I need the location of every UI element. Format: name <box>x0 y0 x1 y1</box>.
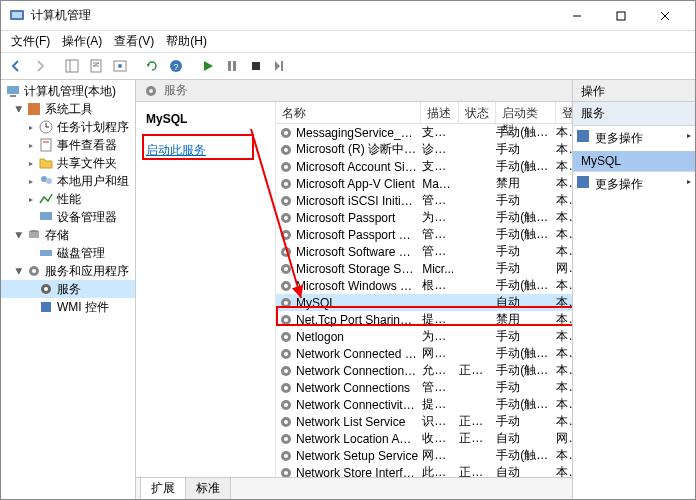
service-row[interactable]: Microsoft Passport为用...手动(触发...本 <box>276 209 572 226</box>
tree-root[interactable]: 计算机管理(本地) <box>1 82 135 100</box>
cell-desc: 为用... <box>422 328 459 345</box>
menu-view[interactable]: 查看(V) <box>108 31 160 52</box>
menu-help[interactable]: 帮助(H) <box>160 31 213 52</box>
service-row[interactable]: Network Connection Bro...允许...正在...手动(触发… <box>276 362 572 379</box>
actions-group-mysql[interactable]: MySQL <box>573 151 695 172</box>
svg-point-10 <box>118 64 122 68</box>
service-row[interactable]: Netlogon为用...手动本 <box>276 328 572 345</box>
gear-icon <box>279 296 293 310</box>
service-row[interactable]: Network Connectivity Ass...提供...手动(触发...… <box>276 396 572 413</box>
service-row[interactable]: Microsoft Software Shad...管理...手动本 <box>276 243 572 260</box>
start-service-button[interactable] <box>197 55 219 77</box>
start-service-link[interactable]: 启动此服务 <box>146 143 206 157</box>
expander-icon[interactable]: ⯆ <box>13 266 24 277</box>
svg-point-40 <box>149 89 153 93</box>
expander-icon[interactable]: ▸ <box>25 140 36 151</box>
tree-disk-management[interactable]: ▸磁盘管理 <box>1 244 135 262</box>
tree-services-apps[interactable]: ⯆服务和应用程序 <box>1 262 135 280</box>
tab-standard[interactable]: 标准 <box>185 477 231 499</box>
back-button[interactable] <box>5 55 27 77</box>
service-row[interactable]: Microsoft App-V ClientMan...禁用本 <box>276 175 572 192</box>
cell-startup: 手动 <box>496 243 556 260</box>
tree-services[interactable]: ▸服务 <box>1 280 135 298</box>
expander-icon[interactable]: ▸ <box>25 158 36 169</box>
service-row[interactable]: Microsoft (R) 诊断中心标...诊断...手动本 <box>276 141 572 158</box>
nav-tree[interactable]: 计算机管理(本地) ⯆ 系统工具 ▸任务计划程序 ▸事件查看器 ▸共享文件夹 ▸… <box>1 80 136 499</box>
cell-startup: 禁用 <box>496 175 556 192</box>
forward-button[interactable] <box>29 55 51 77</box>
view-tabs: 扩展 标准 <box>136 477 572 499</box>
tree-label: 性能 <box>57 191 81 208</box>
svg-rect-38 <box>41 302 51 312</box>
help-button[interactable]: ? <box>165 55 187 77</box>
svg-point-66 <box>284 335 288 339</box>
tree-task-scheduler[interactable]: ▸任务计划程序 <box>1 118 135 136</box>
expander-icon[interactable]: ⯆ <box>13 230 24 241</box>
service-row[interactable]: Microsoft Account Sign-i...支持...手动(触发...… <box>276 158 572 175</box>
service-row[interactable]: Network Location Aware...收集...正在...自动网 <box>276 430 572 447</box>
cell-startup: 手动 <box>496 141 556 158</box>
show-hide-button[interactable] <box>61 55 83 77</box>
refresh-button[interactable] <box>141 55 163 77</box>
expander-icon[interactable]: ▸ <box>25 176 36 187</box>
expander-icon[interactable]: ⯆ <box>13 104 24 115</box>
service-row[interactable]: Microsoft iSCSI Initiator ...管理...手动本 <box>276 192 572 209</box>
maximize-button[interactable] <box>599 2 643 30</box>
service-details: MySQL 启动此服务 <box>136 102 276 477</box>
cell-state: 正在... <box>459 362 496 379</box>
service-row[interactable]: Network List Service识别...正在...手动本 <box>276 413 572 430</box>
service-row[interactable]: Network Connected Devi...网络...手动(触发...本 <box>276 345 572 362</box>
tab-extended[interactable]: 扩展 <box>140 477 186 499</box>
tree-system-tools[interactable]: ⯆ 系统工具 <box>1 100 135 118</box>
service-row[interactable]: Network Connections管理...手动本 <box>276 379 572 396</box>
col-desc[interactable]: 描述 <box>421 102 458 123</box>
close-button[interactable] <box>643 2 687 30</box>
services-grid[interactable]: 名称 描述 状态 启动类型 登 MessagingService_1cc1f1.… <box>276 102 572 477</box>
service-row[interactable]: Microsoft Storage Space...Micr...手动网 <box>276 260 572 277</box>
svg-point-29 <box>46 178 52 184</box>
col-logon[interactable]: 登 <box>556 102 572 123</box>
tree-event-viewer[interactable]: ▸事件查看器 <box>1 136 135 154</box>
svg-point-46 <box>284 165 288 169</box>
stop-service-button[interactable] <box>245 55 267 77</box>
tree-shared-folders[interactable]: ▸共享文件夹 <box>1 154 135 172</box>
service-row[interactable]: MySQL自动本 <box>276 294 572 311</box>
col-startup[interactable]: 启动类型 <box>496 102 556 123</box>
tree-root-label: 计算机管理(本地) <box>24 83 116 100</box>
actions-group-services[interactable]: 服务 <box>573 102 695 126</box>
export-button[interactable] <box>85 55 107 77</box>
menu-file[interactable]: 文件(F) <box>5 31 56 52</box>
service-row[interactable]: Microsoft Windows SMS ...根据...手动(触发...本 <box>276 277 572 294</box>
tree-label: 本地用户和组 <box>57 173 129 190</box>
col-state[interactable]: 状态 <box>459 102 496 123</box>
cell-startup: 手动(触发... <box>496 158 556 175</box>
clock-icon <box>38 119 54 135</box>
service-row[interactable]: Microsoft Passport Cont...管理...手动(触发...本 <box>276 226 572 243</box>
tree-device-manager[interactable]: ▸设备管理器 <box>1 208 135 226</box>
cell-startup: 手动 <box>496 260 556 277</box>
gear-icon <box>279 245 293 259</box>
cell-desc: 为用... <box>422 209 459 226</box>
pause-service-button[interactable] <box>221 55 243 77</box>
tree-storage[interactable]: ⯆存储 <box>1 226 135 244</box>
cell-desc: 收集... <box>422 430 459 447</box>
service-row[interactable]: Network Store Interface ...此服...正在...自动本 <box>276 464 572 477</box>
service-row[interactable]: Net.Tcp Port Sharing Ser...提供...禁用本 <box>276 311 572 328</box>
tree-local-users[interactable]: ▸本地用户和组 <box>1 172 135 190</box>
cell-logon: 本 <box>556 464 572 477</box>
menu-action[interactable]: 操作(A) <box>56 31 108 52</box>
properties-button[interactable] <box>109 55 131 77</box>
minimize-button[interactable] <box>555 2 599 30</box>
expander-icon[interactable]: ▸ <box>25 122 36 133</box>
tree-performance[interactable]: ▸性能 <box>1 190 135 208</box>
service-row[interactable]: Network Setup Service网络...手动(触发...本 <box>276 447 572 464</box>
action-more-mysql[interactable]: 更多操作 ▸ <box>573 172 695 197</box>
service-row[interactable]: MessagingService_1cc1f1...支持...手动(触发...本 <box>276 124 572 141</box>
expander-icon[interactable]: ▸ <box>25 194 36 205</box>
users-icon <box>38 173 54 189</box>
col-name[interactable]: 名称 <box>276 102 421 123</box>
cell-logon: 网 <box>556 260 572 277</box>
tree-wmi[interactable]: ▸WMI 控件 <box>1 298 135 316</box>
restart-service-button[interactable] <box>269 55 291 77</box>
action-more-services[interactable]: 更多操作 ▸ <box>573 126 695 151</box>
